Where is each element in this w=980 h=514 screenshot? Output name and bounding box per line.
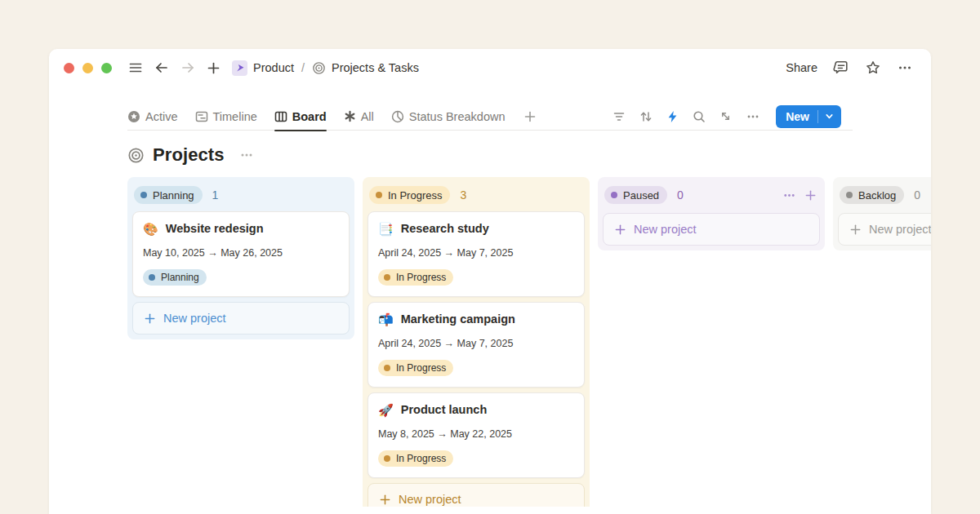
card-emoji-icon: 📑	[378, 223, 394, 235]
column-add-icon[interactable]	[804, 189, 817, 202]
breadcrumb-separator: /	[301, 61, 305, 74]
tab-status-breakdown[interactable]: Status Breakdown	[391, 103, 506, 131]
new-project-button[interactable]: New project	[132, 302, 350, 335]
board-column: Backlog0New project	[833, 177, 931, 250]
board-column: In Progress3📑Research studyApril 24, 202…	[363, 177, 590, 507]
column-count: 1	[212, 188, 219, 202]
breadcrumb-page[interactable]: Projects & Tasks	[332, 61, 419, 74]
new-project-label: New project	[634, 223, 697, 236]
share-button[interactable]: Share	[786, 61, 817, 74]
asterisk-icon	[344, 110, 356, 122]
card-dates: May 10, 2025 → May 26, 2025	[143, 247, 339, 259]
card-status-badge[interactable]: In Progress	[378, 269, 453, 286]
card-title: Website redesign	[166, 222, 264, 235]
card-title: Research study	[401, 222, 489, 235]
filter-icon[interactable]	[612, 110, 626, 123]
card-title-row: 📑Research study	[378, 222, 574, 235]
new-project-button[interactable]: New project	[368, 483, 585, 507]
new-button[interactable]: New	[776, 105, 841, 128]
column-cards: 🎨Website redesignMay 10, 2025 → May 26, …	[132, 211, 350, 297]
card-title-row: 🚀Product launch	[378, 403, 574, 416]
status-label: Planning	[161, 272, 199, 283]
search-icon[interactable]	[693, 110, 706, 123]
sort-icon[interactable]	[639, 110, 653, 123]
board-columns: Planning1🎨Website redesignMay 10, 2025 →…	[127, 177, 931, 507]
column-cards: 📑Research studyApril 24, 2025 → May 7, 2…	[368, 211, 585, 478]
favorite-star-icon[interactable]	[865, 60, 881, 76]
pie-chart-icon	[391, 110, 404, 123]
view-more-icon[interactable]	[746, 109, 760, 124]
add-view-icon[interactable]	[523, 110, 537, 123]
automation-lightning-icon[interactable]	[666, 110, 679, 123]
hamburger-menu-icon[interactable]	[128, 60, 143, 75]
status-dot	[384, 455, 390, 462]
breadcrumb-workspace[interactable]: Product	[253, 61, 294, 74]
column-status-pill[interactable]: Planning	[134, 186, 203, 204]
card-title: Product launch	[401, 403, 488, 416]
back-arrow-icon[interactable]	[154, 60, 169, 75]
target-icon	[127, 147, 145, 164]
new-project-label: New project	[163, 312, 226, 325]
board-column: Planning1🎨Website redesignMay 10, 2025 →…	[127, 177, 354, 339]
card-status-badge[interactable]: In Progress	[378, 450, 453, 467]
status-label: In Progress	[396, 272, 446, 283]
project-card[interactable]: 🎨Website redesignMay 10, 2025 → May 26, …	[132, 211, 350, 297]
status-label: In Progress	[388, 189, 442, 202]
new-project-button[interactable]: New project	[838, 213, 931, 246]
star-circle-icon	[127, 110, 140, 123]
card-title-row: 📬Marketing campaign	[378, 312, 574, 326]
traffic-lights	[64, 63, 112, 73]
minimize-window-button[interactable]	[82, 63, 93, 73]
plus-icon	[144, 312, 156, 325]
project-card[interactable]: 🚀Product launchMay 8, 2025 → May 22, 202…	[368, 392, 585, 478]
maximize-window-button[interactable]	[101, 63, 112, 73]
titlebar: Product / Projects & Tasks Share	[49, 49, 931, 86]
comments-icon[interactable]	[833, 60, 849, 76]
card-status-badge[interactable]: In Progress	[378, 360, 453, 376]
status-dot	[384, 365, 390, 371]
plus-icon	[614, 224, 626, 236]
status-dot	[384, 274, 390, 281]
title-more-icon[interactable]	[239, 148, 254, 162]
view-tab-bar: Active Timeline Board All	[127, 103, 853, 131]
status-label: In Progress	[396, 362, 446, 374]
status-dot	[149, 274, 155, 281]
column-status-pill[interactable]: Paused	[604, 186, 667, 204]
tab-active[interactable]: Active	[127, 103, 178, 131]
expand-diagonal-icon[interactable]	[719, 110, 732, 122]
card-dates: May 8, 2025 → May 22, 2025	[378, 428, 574, 440]
column-header: Planning1	[132, 182, 350, 208]
forward-arrow-icon[interactable]	[180, 60, 195, 75]
close-window-button[interactable]	[64, 63, 74, 73]
card-title: Marketing campaign	[401, 312, 515, 326]
card-emoji-icon: 🎨	[143, 223, 158, 235]
tab-all[interactable]: All	[344, 103, 374, 131]
tab-timeline[interactable]: Timeline	[195, 103, 257, 131]
target-icon	[312, 61, 326, 75]
column-count: 0	[677, 188, 684, 202]
column-status-pill[interactable]: In Progress	[369, 186, 450, 204]
new-project-button[interactable]: New project	[603, 213, 820, 246]
card-dates: April 24, 2025 → May 7, 2025	[378, 338, 574, 349]
column-count: 3	[460, 188, 466, 202]
new-tab-plus-icon[interactable]	[207, 61, 220, 75]
column-status-pill[interactable]: Backlog	[840, 186, 904, 204]
card-status-badge[interactable]: Planning	[143, 269, 207, 286]
project-card[interactable]: 📬Marketing campaignApril 24, 2025 → May …	[368, 302, 585, 388]
plus-icon	[849, 224, 862, 236]
column-count: 0	[914, 188, 920, 202]
chevron-down-icon[interactable]	[818, 112, 841, 121]
card-emoji-icon: 📬	[378, 313, 394, 326]
status-dot	[140, 192, 147, 198]
project-card[interactable]: 📑Research studyApril 24, 2025 → May 7, 2…	[368, 211, 585, 297]
status-label: Planning	[153, 189, 194, 202]
breadcrumb: Product / Projects & Tasks	[232, 60, 419, 76]
workspace-arrow-icon[interactable]	[232, 60, 247, 76]
more-options-icon[interactable]	[897, 60, 913, 76]
column-more-icon[interactable]	[782, 188, 796, 202]
plus-icon	[379, 494, 391, 506]
tab-board[interactable]: Board	[274, 103, 327, 131]
status-label: Paused	[623, 189, 659, 202]
card-title-row: 🎨Website redesign	[143, 222, 339, 235]
new-button-label: New	[776, 110, 817, 123]
